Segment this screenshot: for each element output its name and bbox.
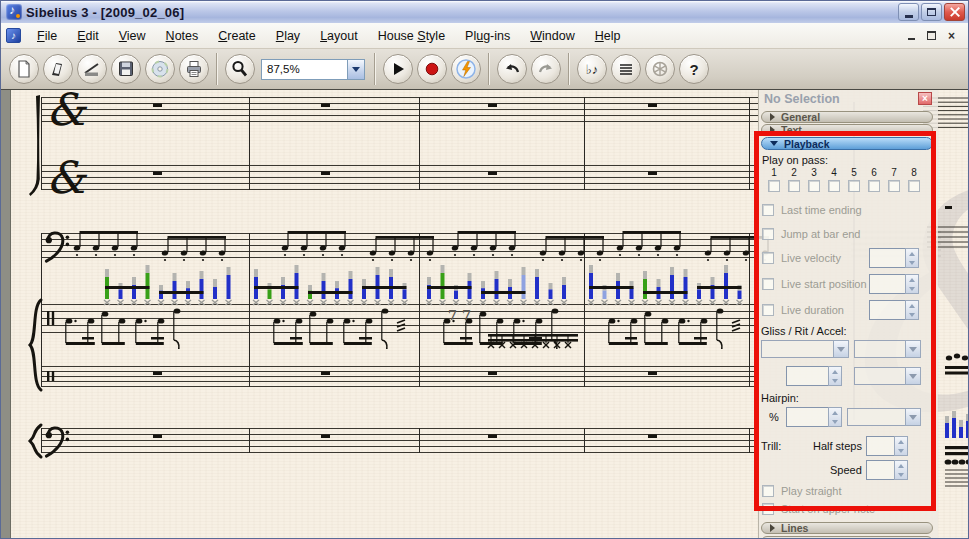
menu-plug-ins[interactable]: Plug-ins (455, 26, 520, 46)
live-duration-checkbox[interactable] (762, 304, 774, 316)
rit-type-field (854, 340, 905, 358)
title-bar: ♪ Sibelius 3 - [2009_02_06] (1, 1, 968, 23)
print-button[interactable] (179, 54, 209, 84)
document-icon[interactable]: ♪ (6, 28, 21, 43)
hairpin-percent-spin-buttons[interactable] (828, 407, 842, 427)
save-button[interactable] (111, 54, 141, 84)
menu-view[interactable]: View (109, 26, 156, 46)
gliss-type-combo[interactable] (761, 340, 849, 358)
mdi-close-button[interactable]: × (943, 28, 960, 43)
window-title: Sibelius 3 - [2009_02_06] (26, 5, 184, 20)
gliss-type-dropdown[interactable] (833, 340, 849, 358)
section-general[interactable]: General (761, 111, 933, 123)
section-playback[interactable]: Playback (761, 137, 933, 150)
play-straight-checkbox[interactable] (762, 485, 774, 497)
open-button[interactable] (43, 54, 73, 84)
chevron-down-icon (909, 347, 917, 352)
pass-checkbox-1[interactable] (768, 180, 780, 192)
section-general-label: General (781, 111, 820, 123)
pass-checkbox-3[interactable] (808, 180, 820, 192)
live-velocity-checkbox[interactable] (762, 252, 774, 264)
start-on-upper-note-checkbox[interactable] (762, 503, 774, 515)
live-velocity-spin-buttons[interactable] (905, 248, 919, 268)
pass-checkbox-5[interactable] (848, 180, 860, 192)
cd-icon (150, 59, 170, 79)
live-start-spin-buttons[interactable] (905, 274, 919, 294)
live-start-position-field[interactable] (869, 274, 905, 294)
toolbar: 87,5% ♭♪ ? (1, 49, 968, 89)
mdi-minimize-button[interactable] (903, 28, 920, 43)
close-button[interactable] (944, 3, 965, 21)
menu-file[interactable]: File (27, 26, 67, 46)
menu-help[interactable]: Help (585, 26, 631, 46)
export-audio-button[interactable] (145, 54, 175, 84)
hairpin-type-dropdown[interactable] (905, 408, 921, 426)
live-duration-spin-buttons[interactable] (905, 300, 919, 320)
live-playback-button[interactable] (451, 54, 481, 84)
gliss-amount-field[interactable] (786, 366, 828, 386)
jump-at-bar-end-checkbox[interactable] (762, 228, 774, 240)
zoom-tool-button[interactable] (225, 54, 255, 84)
transpose-button[interactable]: ♭♪ (577, 54, 607, 84)
pass-number-2: 2 (784, 167, 804, 178)
half-steps-spin-buttons[interactable] (894, 436, 908, 456)
pass-checkbox-8[interactable] (908, 180, 920, 192)
redo-button[interactable] (531, 54, 561, 84)
percent-label: % (769, 411, 779, 423)
hairpin-percent-field[interactable] (786, 407, 828, 427)
gliss-amount-spin-buttons[interactable] (828, 366, 842, 386)
focus-on-staves-button[interactable] (611, 54, 641, 84)
panel-close-button[interactable]: × (918, 92, 932, 105)
section-text[interactable]: Text (761, 124, 933, 136)
live-start-position-checkbox[interactable] (762, 278, 774, 290)
pass-checkbox-2[interactable] (788, 180, 800, 192)
score-area[interactable]: &&&77 No Selection × General Text Playba… (1, 89, 969, 539)
half-steps-field[interactable] (866, 436, 894, 456)
rit-amount-combo[interactable] (854, 367, 921, 385)
lightning-icon (455, 58, 477, 80)
rit-type-combo[interactable] (854, 340, 921, 358)
help-button[interactable]: ? (679, 54, 709, 84)
scan-button[interactable] (77, 54, 107, 84)
play-button[interactable] (383, 54, 413, 84)
speed-spin-buttons[interactable] (894, 460, 908, 480)
pass-checkbox-6[interactable] (868, 180, 880, 192)
hairpin-label: Hairpin: (761, 392, 799, 404)
menu-bar: ♪ FileEditViewNotesCreatePlayLayoutHouse… (1, 23, 968, 49)
live-velocity-field[interactable] (869, 248, 905, 268)
live-start-position-row: Live start position (762, 278, 867, 290)
record-button[interactable] (417, 54, 447, 84)
menu-play[interactable]: Play (266, 26, 310, 46)
play-straight-row: Play straight (762, 485, 842, 497)
pass-checkbox-4[interactable] (828, 180, 840, 192)
svg-text:&: & (46, 90, 88, 135)
rit-amount-dropdown[interactable] (905, 367, 921, 385)
mdi-restore-button[interactable] (923, 28, 940, 43)
minimize-button[interactable] (898, 3, 919, 21)
menu-edit[interactable]: Edit (67, 26, 109, 46)
menu-create[interactable]: Create (208, 26, 266, 46)
menu-notes[interactable]: Notes (156, 26, 209, 46)
maximize-button[interactable] (921, 3, 942, 21)
menu-layout[interactable]: Layout (310, 26, 368, 46)
pass-checkboxes (764, 180, 924, 192)
jump-at-bar-end-label: Jump at bar end (781, 228, 861, 240)
live-duration-field[interactable] (869, 300, 905, 320)
zoom-level-combo[interactable]: 87,5% (261, 59, 365, 80)
section-lines[interactable]: Lines (761, 522, 933, 534)
undo-button[interactable] (497, 54, 527, 84)
menu-window[interactable]: Window (520, 26, 584, 46)
zoom-dropdown-button[interactable] (347, 60, 364, 79)
rit-type-dropdown[interactable] (905, 340, 921, 358)
last-time-ending-checkbox[interactable] (762, 204, 774, 216)
toolbar-separator (374, 53, 376, 85)
live-duration-row: Live duration (762, 304, 844, 316)
new-score-button[interactable] (9, 54, 39, 84)
hairpin-type-combo[interactable] (847, 408, 921, 426)
toolbar-separator (568, 53, 570, 85)
menu-house-style[interactable]: House Style (368, 26, 455, 46)
pass-checkbox-7[interactable] (888, 180, 900, 192)
speed-field[interactable] (866, 460, 894, 480)
color-button[interactable] (645, 54, 675, 84)
close-icon (950, 7, 960, 17)
